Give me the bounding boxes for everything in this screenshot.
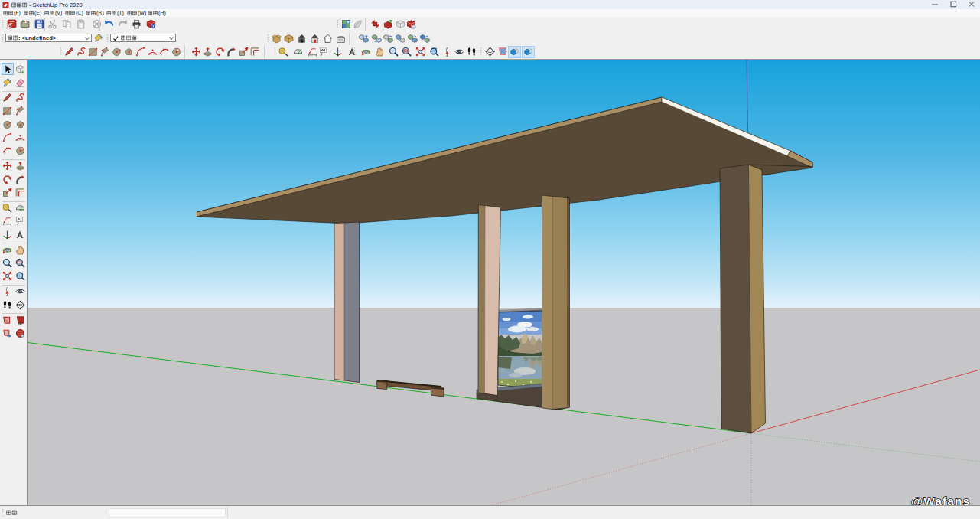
- svg-text:@Wafans: @Wafans: [911, 495, 970, 506]
